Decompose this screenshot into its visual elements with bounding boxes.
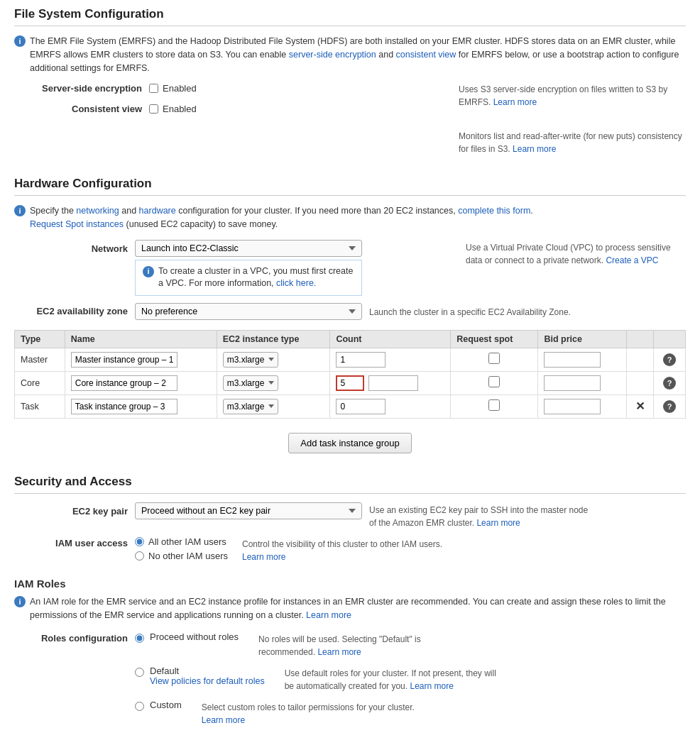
iam-no-other-label: No other IAM users xyxy=(148,551,228,561)
iam-roles-info-text: An IAM role for the EMR service and an E… xyxy=(30,595,686,622)
master-instance-type-select[interactable]: m3.xlarge xyxy=(223,352,278,368)
consistent-view-learn-more-link[interactable]: Learn more xyxy=(513,144,556,154)
table-row: Core m3.xlarge xyxy=(15,371,686,394)
iam-all-other-radio[interactable] xyxy=(135,537,144,546)
file-system-info-icon: i xyxy=(14,35,26,47)
proceed-without-roles-label: Proceed without roles xyxy=(150,631,239,642)
task-delete-icon[interactable]: ✕ xyxy=(635,400,645,412)
default-learn-more-link[interactable]: Learn more xyxy=(410,681,453,691)
master-help-icon[interactable]: ? xyxy=(663,353,676,366)
ec2-keypair-learn-more-link[interactable]: Learn more xyxy=(476,518,520,528)
col-instance-type: EC2 instance type xyxy=(217,330,330,348)
core-name-input[interactable] xyxy=(71,375,177,391)
iam-roles-title: IAM Roles xyxy=(14,578,686,590)
hardware-title: Hardware Configuration xyxy=(14,177,686,196)
server-side-encryption-label: Server-side encryption xyxy=(28,83,142,94)
ec2-keypair-label: EC2 key pair xyxy=(14,502,128,517)
core-bid-input[interactable] xyxy=(544,375,601,391)
col-name: Name xyxy=(65,330,217,348)
add-task-instance-group-button[interactable]: Add task instance group xyxy=(288,433,411,453)
network-dropdown[interactable]: Launch into EC2-Classic xyxy=(135,240,362,257)
file-system-title: File System Configuration xyxy=(14,7,686,26)
task-spot-checkbox[interactable] xyxy=(488,399,500,411)
custom-learn-more-link[interactable]: Learn more xyxy=(202,715,245,725)
custom-roles-label: Custom xyxy=(150,700,182,710)
iam-access-label: IAM user access xyxy=(14,536,128,548)
iam-access-note: Control the visibility of this cluster t… xyxy=(242,539,442,549)
consistent-view-control: Enabled xyxy=(149,104,197,114)
consistent-view-label: Consistent view xyxy=(28,104,142,114)
master-name-input[interactable] xyxy=(71,352,177,368)
col-help xyxy=(654,330,686,348)
task-name-input[interactable] xyxy=(71,399,177,414)
col-count: Count xyxy=(330,330,451,348)
create-vpc-link[interactable]: Create a VPC xyxy=(606,255,658,265)
az-label: EC2 availability zone xyxy=(14,306,128,316)
consistent-view-note: Monitors list and read-after-write (for … xyxy=(459,131,682,154)
task-bid-input[interactable] xyxy=(544,399,601,414)
request-spot-link[interactable]: Request Spot instances xyxy=(30,219,124,229)
core-instance-type-select[interactable]: m3.xlarge xyxy=(223,375,278,391)
core-count-input[interactable] xyxy=(336,375,364,391)
security-title: Security and Access xyxy=(14,475,686,494)
table-row: Task m3.xlarge ✕ ? xyxy=(15,394,686,418)
consistent-view-checkbox[interactable] xyxy=(149,104,158,114)
az-side-note: Launch the cluster in a specific EC2 Ava… xyxy=(369,304,571,319)
hardware-link[interactable]: hardware xyxy=(139,206,176,216)
iam-roles-info-icon: i xyxy=(14,596,26,607)
default-roles-label: Default xyxy=(150,666,265,676)
proceed-without-roles-radio[interactable] xyxy=(135,634,144,643)
master-count-input[interactable] xyxy=(336,352,385,368)
consistent-view-value: Enabled xyxy=(163,104,197,114)
table-row: Master m3.xlarge ? xyxy=(15,348,686,371)
iam-access-radio-group: All other IAM users No other IAM users xyxy=(135,536,228,561)
server-side-note: Uses S3 server-side encryption on files … xyxy=(459,84,667,107)
hardware-info-text: Specify the networking and hardware conf… xyxy=(30,204,686,231)
networking-link[interactable]: networking xyxy=(76,206,119,216)
view-policies-link[interactable]: View policies for default roles xyxy=(150,676,265,686)
network-label: Network xyxy=(14,240,128,254)
file-system-info-text: The EMR File System (EMRFS) and the Hado… xyxy=(30,35,686,74)
iam-no-other-radio[interactable] xyxy=(135,551,144,561)
col-request-spot: Request spot xyxy=(451,330,538,348)
ec2-keypair-dropdown[interactable]: Proceed without an EC2 key pair xyxy=(135,502,362,519)
task-instance-type-select[interactable]: m3.xlarge xyxy=(223,399,278,414)
proceed-learn-more-link[interactable]: Learn more xyxy=(317,647,361,657)
col-actions xyxy=(626,330,653,348)
core-help-icon[interactable]: ? xyxy=(663,377,676,390)
iam-all-other-label: All other IAM users xyxy=(148,536,226,547)
default-note: Use default roles for your cluster. If n… xyxy=(285,668,496,691)
server-side-encryption-control: Enabled xyxy=(149,83,197,94)
server-side-encryption-value: Enabled xyxy=(163,83,197,94)
instance-type-task: Task xyxy=(15,394,65,418)
hardware-info-icon: i xyxy=(14,205,26,216)
vpc-click-here-link[interactable]: click here. xyxy=(276,278,316,288)
vpc-info-text: To create a cluster in a VPC, you must f… xyxy=(158,265,354,290)
task-count-input[interactable] xyxy=(336,399,385,414)
iam-access-learn-more-link[interactable]: Learn more xyxy=(242,552,285,562)
server-side-encryption-link[interactable]: server-side encryption xyxy=(289,50,376,60)
custom-roles-radio[interactable] xyxy=(135,702,144,711)
vpc-info-icon: i xyxy=(143,266,154,277)
roles-config-label: Roles configuration xyxy=(14,631,128,644)
instance-table: Type Name EC2 instance type Count Reques… xyxy=(14,330,686,419)
col-type: Type xyxy=(15,330,65,348)
az-dropdown[interactable]: No preference xyxy=(135,303,362,320)
consistent-view-link[interactable]: consistent view xyxy=(396,50,456,60)
master-spot-checkbox[interactable] xyxy=(488,353,500,364)
complete-form-link[interactable]: complete this form xyxy=(458,206,530,216)
iam-roles-learn-more-link[interactable]: Learn more xyxy=(306,610,351,620)
master-bid-input[interactable] xyxy=(544,352,601,368)
server-side-learn-more-link[interactable]: Learn more xyxy=(493,97,537,107)
core-spot-checkbox[interactable] xyxy=(488,376,500,387)
col-bid-price: Bid price xyxy=(538,330,626,348)
server-side-encryption-checkbox[interactable] xyxy=(149,84,158,93)
core-bid-inline-input[interactable] xyxy=(368,375,418,391)
instance-type-master: Master xyxy=(15,348,65,371)
task-help-icon[interactable]: ? xyxy=(663,400,676,413)
default-roles-radio[interactable] xyxy=(135,668,144,677)
custom-note: Select custom roles to tailor permission… xyxy=(202,702,415,712)
instance-type-core: Core xyxy=(15,371,65,394)
